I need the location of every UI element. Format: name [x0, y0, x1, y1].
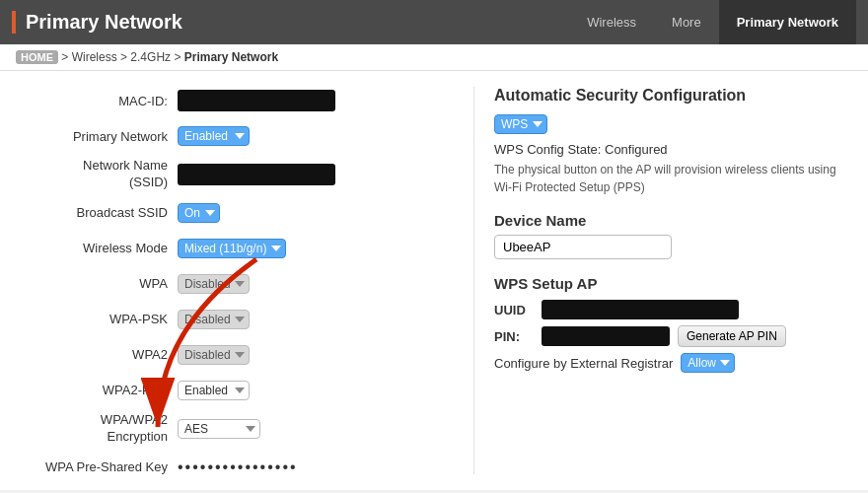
tab-wireless[interactable]: Wireless: [569, 0, 654, 44]
wireless-mode-label: Wireless Mode: [20, 241, 178, 255]
wpa-select[interactable]: Disabled Enabled: [178, 274, 250, 294]
broadcast-ssid-select[interactable]: On Off: [178, 203, 220, 223]
show-key-row: Show Key: [187, 489, 454, 490]
wps-desc-text: The physical button on the AP will provi…: [494, 161, 848, 196]
device-name-title: Device Name: [494, 212, 848, 229]
main-content: MAC-ID: Primary Network Enabled Disabled…: [0, 71, 868, 490]
wpa2-psk-select[interactable]: Enabled Disabled: [178, 381, 250, 400]
mac-id-row: MAC-ID:: [20, 87, 454, 114]
wps-select[interactable]: WPS: [494, 114, 547, 134]
wpa2-control: Disabled Enabled: [178, 345, 250, 365]
nav-tabs: Wireless More Primary Network: [569, 0, 856, 44]
broadcast-ssid-label: Broadcast SSID: [20, 205, 178, 220]
wps-select-row: WPS: [494, 114, 848, 134]
wpa-row: WPA Disabled Enabled: [20, 270, 454, 298]
network-name-control: [178, 164, 335, 185]
wpa-psk-key-row: WPA Pre-Shared Key ••••••••••••••••: [20, 454, 454, 481]
uuid-redacted: [542, 300, 739, 319]
tab-primary-network[interactable]: Primary Network: [719, 0, 856, 44]
mac-id-label: MAC-ID:: [20, 94, 178, 108]
breadcrumb-path: > Wireless > 2.4GHz >: [61, 50, 181, 64]
auto-security-title: Automatic Security Configuration: [494, 87, 848, 105]
broadcast-ssid-row: Broadcast SSID On Off: [20, 199, 454, 227]
ssid-redacted: [178, 164, 335, 185]
wps-state-text: WPS Config State: Configured: [494, 142, 848, 157]
breadcrumb: HOME > Wireless > 2.4GHz > Primary Netwo…: [0, 44, 868, 71]
wpa2-psk-label: WPA2-PSK: [20, 383, 178, 397]
mac-id-redacted: [178, 90, 335, 111]
wireless-mode-select[interactable]: Mixed (11b/g/n) 11b only 11g only 11n on…: [178, 239, 286, 258]
device-name-input[interactable]: [494, 235, 672, 259]
wpa-label: WPA: [20, 276, 178, 291]
password-dots: ••••••••••••••••: [178, 458, 298, 476]
allow-select[interactable]: Allow Deny: [681, 353, 735, 373]
broadcast-ssid-control: On Off: [178, 203, 220, 223]
wpa-enc-select[interactable]: AES TKIP TKIP+AES: [178, 419, 260, 439]
wpa-psk-key-label: WPA Pre-Shared Key: [20, 459, 178, 474]
configure-registrar-row: Configure by External Registrar Allow De…: [494, 353, 848, 373]
top-nav: Primary Network Wireless More Primary Ne…: [0, 0, 868, 44]
left-panel: MAC-ID: Primary Network Enabled Disabled…: [20, 87, 473, 474]
wpa-psk-select[interactable]: Disabled Enabled: [178, 310, 250, 329]
wireless-mode-control: Mixed (11b/g/n) 11b only 11g only 11n on…: [178, 239, 286, 258]
configure-label: Configure by External Registrar: [494, 356, 673, 371]
wps-setup-title: WPS Setup AP: [494, 275, 848, 292]
network-name-row: Network Name(SSID): [20, 158, 454, 191]
wpa-enc-label: WPA/WPA2Encryption: [20, 412, 178, 446]
primary-network-select[interactable]: Enabled Disabled: [178, 126, 250, 146]
pin-redacted: [542, 326, 670, 346]
wpa-psk-row: WPA-PSK Disabled Enabled: [20, 306, 454, 333]
wpa2-psk-control: Enabled Disabled: [178, 381, 250, 400]
wpa-psk-label: WPA-PSK: [20, 312, 178, 326]
wpa-enc-row: WPA/WPA2Encryption AES TKIP TKIP+AES: [20, 412, 454, 446]
show-key-label: Show Key: [205, 489, 263, 490]
tab-more[interactable]: More: [654, 0, 719, 44]
page-header-title: Primary Network: [12, 11, 182, 34]
wpa-control: Disabled Enabled: [178, 274, 250, 294]
uuid-row: UUID: [494, 300, 848, 319]
primary-network-label: Primary Network: [20, 129, 178, 144]
network-name-label: Network Name(SSID): [20, 158, 178, 191]
wpa-psk-key-control: ••••••••••••••••: [178, 458, 298, 476]
breadcrumb-current: Primary Network: [184, 50, 278, 64]
mac-id-value: [178, 90, 335, 111]
generate-pin-button[interactable]: Generate AP PIN: [678, 325, 786, 347]
wpa2-psk-row: WPA2-PSK Enabled Disabled: [20, 377, 454, 404]
wpa-enc-wrapper: WPA/WPA2Encryption AES TKIP TKIP+AES: [20, 412, 454, 446]
breadcrumb-home[interactable]: HOME: [16, 50, 58, 64]
primary-network-row: Primary Network Enabled Disabled: [20, 122, 454, 150]
primary-network-control: Enabled Disabled: [178, 126, 250, 146]
wpa2-label: WPA2: [20, 347, 178, 362]
wpa-enc-control: AES TKIP TKIP+AES: [178, 419, 260, 439]
pin-row: PIN: Generate AP PIN: [494, 325, 848, 347]
uuid-label: UUID: [494, 303, 534, 317]
wpa-psk-control: Disabled Enabled: [178, 310, 250, 329]
pin-label: PIN:: [494, 329, 534, 344]
right-panel: Automatic Security Configuration WPS WPS…: [473, 87, 848, 474]
wpa2-row: WPA2 Disabled Enabled: [20, 341, 454, 369]
wpa2-select[interactable]: Disabled Enabled: [178, 345, 250, 365]
wireless-mode-row: Wireless Mode Mixed (11b/g/n) 11b only 1…: [20, 235, 454, 262]
